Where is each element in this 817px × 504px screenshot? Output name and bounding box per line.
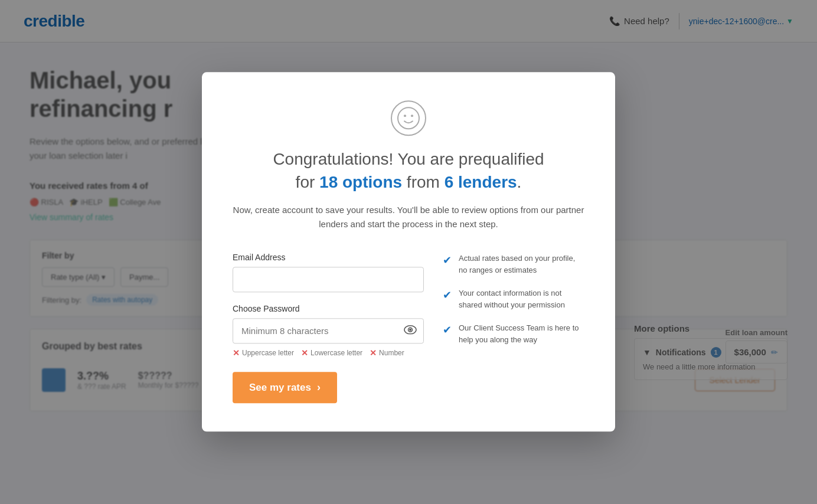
hint-uppercase: ✕ Uppercase letter (233, 349, 294, 358)
modal-highlight-lenders: 6 lenders (445, 174, 517, 192)
benefit-item-3: ✔ Our Client Success Team is here to hel… (443, 323, 584, 346)
modal-subtitle: Now, create account to save your results… (233, 204, 584, 232)
hint-number-icon: ✕ (370, 349, 377, 358)
modal-title-part1: Congratulations! You are prequalified (273, 150, 544, 168)
form-section: Email Address Choose Password ✕ Uppercas… (233, 253, 424, 404)
submit-button[interactable]: See my rates › (233, 372, 337, 404)
smiley-icon (391, 100, 426, 136)
check-icon-2: ✔ (443, 289, 452, 302)
check-icon-1: ✔ (443, 254, 452, 267)
password-label: Choose Password (233, 305, 424, 314)
benefit-item-1: ✔ Actual rates based on your profile, no… (443, 253, 584, 276)
modal-title: Congratulations! You are prequalified fo… (233, 148, 584, 194)
email-label: Email Address (233, 253, 424, 263)
benefit-text-1: Actual rates based on your profile, no r… (459, 253, 584, 276)
benefit-text-3: Our Client Success Team is here to help … (459, 323, 584, 346)
check-icon-3: ✔ (443, 324, 452, 337)
password-hints: ✕ Uppercase letter ✕ Lowercase letter ✕ … (233, 349, 424, 358)
chevron-right-icon: › (317, 382, 321, 394)
eye-icon[interactable] (404, 325, 417, 338)
modal-title-end: . (517, 174, 522, 192)
benefits-section: ✔ Actual rates based on your profile, no… (443, 253, 584, 358)
hint-number: ✕ Number (370, 349, 404, 358)
benefit-text-2: Your contact information is not shared w… (459, 288, 584, 311)
modal-title-from: from (402, 174, 445, 192)
hint-number-label: Number (379, 349, 404, 358)
svg-point-0 (398, 107, 419, 129)
email-input[interactable] (233, 267, 424, 293)
submit-label: See my rates (249, 382, 311, 394)
hint-lowercase-label: Lowercase letter (311, 349, 362, 358)
password-wrapper (233, 319, 424, 344)
benefit-item-2: ✔ Your contact information is not shared… (443, 288, 584, 311)
modal-title-part2: for (296, 174, 319, 192)
hint-uppercase-icon: ✕ (233, 349, 240, 358)
modal-highlight-options: 18 options (319, 174, 402, 192)
modal-body: Email Address Choose Password ✕ Uppercas… (233, 253, 584, 404)
password-input[interactable] (233, 319, 424, 344)
modal-icon (233, 100, 584, 136)
svg-point-1 (404, 114, 406, 117)
hint-lowercase: ✕ Lowercase letter (301, 349, 362, 358)
hint-lowercase-icon: ✕ (301, 349, 308, 358)
svg-point-2 (411, 114, 413, 117)
hint-uppercase-label: Uppercase letter (242, 349, 294, 358)
svg-point-5 (409, 329, 411, 331)
modal: Congratulations! You are prequalified fo… (202, 72, 615, 431)
